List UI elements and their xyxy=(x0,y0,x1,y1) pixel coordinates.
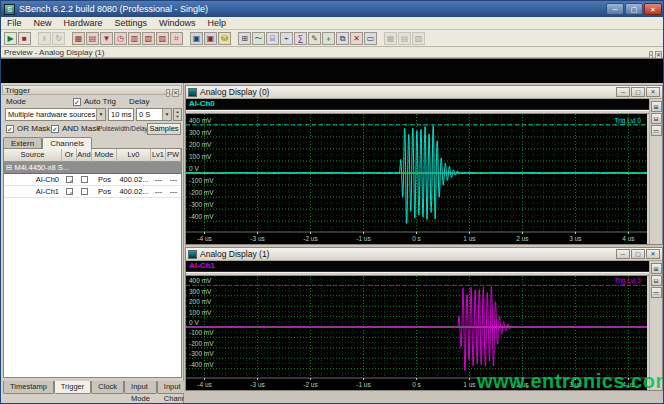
column-header-lv1[interactable]: Lv1 xyxy=(151,149,166,162)
close-button[interactable]: ✕ xyxy=(644,3,662,15)
grid-settings-icon: ▦ xyxy=(384,32,397,45)
copy-display-icon[interactable]: ⧉ xyxy=(336,32,349,45)
menu-settings[interactable]: Settings xyxy=(109,17,154,30)
column-header-lv0[interactable]: Lv0 xyxy=(117,149,151,162)
table-row[interactable]: AI-Ch0✓Pos400.02...------ xyxy=(4,174,181,186)
trig-level-label[interactable]: Trig Lvl 0 xyxy=(615,277,642,285)
or-checkbox[interactable]: ✓ xyxy=(66,188,73,195)
restore-button[interactable]: ▢ xyxy=(631,87,645,97)
mode-cell: Pos xyxy=(92,174,117,185)
trigger-panel-header[interactable]: Trigger ▫✕ xyxy=(2,85,182,95)
lv0-cell: 400.02... xyxy=(117,186,151,197)
tab-trigger[interactable]: Trigger xyxy=(54,381,91,394)
collapse-icon[interactable]: ⊟ xyxy=(6,163,12,172)
menu-file[interactable]: File xyxy=(1,17,28,30)
zoom-in-button[interactable]: ⊞ xyxy=(651,101,662,112)
zoom-out-button[interactable]: ⊟ xyxy=(651,113,662,124)
checkbox-icon[interactable]: ✓ xyxy=(6,125,14,133)
chart-ai-ch0[interactable]: Trig Lvl 0400 mV300 mV200 mV100 mV0 V-10… xyxy=(186,114,647,244)
title-bar[interactable]: S SBench 6.2.2 build 8080 (Professional … xyxy=(1,1,664,17)
monitor-icon[interactable]: ▭ xyxy=(364,32,377,45)
analog-display-window-0[interactable]: Analog Display (0)─▢✕AI-Ch0Trig Lvl 0400… xyxy=(185,85,663,245)
channel-enable-icon[interactable]: ▥ xyxy=(128,32,141,45)
zoom-in-button[interactable]: ⊞ xyxy=(651,263,662,274)
display-title-bar[interactable]: Analog Display (0)─▢✕ xyxy=(186,86,662,99)
close-button[interactable]: ✕ xyxy=(172,89,179,97)
and-checkbox[interactable] xyxy=(81,176,88,183)
input-mode-icon[interactable]: ▤ xyxy=(86,32,99,45)
preview-area[interactable] xyxy=(1,58,664,83)
save-icon[interactable]: ▣ xyxy=(190,32,203,45)
multi-purpose-io-icon[interactable]: ⌗ xyxy=(170,32,183,45)
digital-display-icon[interactable]: ⌸ xyxy=(266,32,279,45)
hardware-setup-icon[interactable]: ▦ xyxy=(72,32,85,45)
tab-timestamp[interactable]: Timestamp xyxy=(3,381,54,394)
auto-trig-checkbox[interactable]: ✓ Auto Trig xyxy=(73,97,116,106)
clock-setup-icon[interactable]: ◷ xyxy=(114,32,127,45)
display-body: AI-Ch0Trig Lvl 0400 mV300 mV200 mV100 mV… xyxy=(186,99,662,244)
pause-icon: ‖ xyxy=(38,32,51,45)
checkbox-icon[interactable]: ✓ xyxy=(51,125,59,133)
tab-clock[interactable]: Clock xyxy=(91,381,124,394)
edit-icon[interactable]: ✎ xyxy=(308,32,321,45)
memory-setup-icon[interactable]: ▨ xyxy=(156,32,169,45)
trigger-mode-select[interactable]: Multiple hardware sources with AND/OR▼ xyxy=(5,108,106,121)
y-tick-label: 200 mV xyxy=(189,141,212,148)
column-header-and[interactable]: And xyxy=(77,149,92,162)
chevron-down-icon[interactable]: ▼ xyxy=(162,109,171,120)
cursor-button[interactable]: ▭ xyxy=(651,287,662,298)
menu-hardware[interactable]: Hardware xyxy=(58,17,109,30)
tab-input-mode[interactable]: Input Mode xyxy=(124,381,157,394)
menu-help[interactable]: Help xyxy=(202,17,233,30)
new-display-icon[interactable]: ⊞ xyxy=(238,32,251,45)
minimize-button[interactable]: ─ xyxy=(616,249,630,259)
add-channel-icon[interactable]: ＋ xyxy=(322,32,335,45)
menu-new[interactable]: New xyxy=(28,17,58,30)
and-mask-checkbox[interactable]: ✓ AND Mask xyxy=(51,124,100,133)
x-tick-label: -3 us xyxy=(250,235,265,242)
tab-channels[interactable]: Channels xyxy=(42,137,92,149)
calculator-icon[interactable]: ∑ xyxy=(294,32,307,45)
delete-display-icon[interactable]: ✕ xyxy=(350,32,363,45)
float-button[interactable]: ▫ xyxy=(166,89,170,97)
display-main: AI-Ch0Trig Lvl 0400 mV300 mV200 mV100 mV… xyxy=(186,99,649,244)
channel-legend-bar[interactable]: AI-Ch1 xyxy=(186,261,649,272)
and-checkbox[interactable] xyxy=(81,188,88,195)
column-header-pw[interactable]: PW xyxy=(166,149,181,162)
analog-display-icon[interactable]: 〜 xyxy=(252,32,265,45)
stop-acquisition-icon[interactable]: ■ xyxy=(18,32,31,45)
trigger-setup-icon[interactable]: ▼ xyxy=(100,32,113,45)
table-group-row[interactable]: ⊟ M4i.4450-x8 S... xyxy=(4,162,181,174)
minimize-button[interactable]: ─ xyxy=(606,3,624,15)
chevron-down-icon[interactable]: ▼ xyxy=(96,109,105,120)
display-title-bar[interactable]: Analog Display (1)─▢✕ xyxy=(186,248,662,261)
auto-trig-time-field[interactable]: 10 ms xyxy=(108,108,134,121)
or-checkbox[interactable]: ✓ xyxy=(66,176,73,183)
channel-legend-bar[interactable]: AI-Ch0 xyxy=(186,99,649,110)
preview-caption-bar[interactable]: Preview - Analog Display (1) ▫✕ xyxy=(1,47,664,58)
or-mask-checkbox[interactable]: ✓ OR Mask xyxy=(6,124,50,133)
column-header-source[interactable]: Source xyxy=(4,149,62,162)
close-button[interactable]: ✕ xyxy=(646,249,660,259)
restore-button[interactable]: ▢ xyxy=(631,249,645,259)
table-row[interactable]: AI-Ch1✓Pos400.02...------ xyxy=(4,186,181,198)
maximize-button[interactable]: ▢ xyxy=(625,3,643,15)
save-as-icon[interactable]: ▣ xyxy=(204,32,217,45)
delay-field[interactable]: 0 S▼ xyxy=(136,108,172,121)
checkbox-icon[interactable]: ✓ xyxy=(73,98,81,106)
zoom-out-button[interactable]: ⊟ xyxy=(651,275,662,286)
delay-spinner[interactable]: ▲▼ xyxy=(173,108,182,121)
export-icon[interactable]: ⛁ xyxy=(218,32,231,45)
spectrum-display-icon[interactable]: ⌁ xyxy=(280,32,293,45)
menu-bar: FileNewHardwareSettingsWindowsHelp xyxy=(1,17,664,30)
cursor-button[interactable]: ▭ xyxy=(651,125,662,136)
samples-button[interactable]: Samples xyxy=(147,123,181,135)
minimize-button[interactable]: ─ xyxy=(616,87,630,97)
column-header-mode[interactable]: Mode xyxy=(92,149,117,162)
trig-level-label[interactable]: Trig Lvl 0 xyxy=(615,117,642,125)
column-header-or[interactable]: Or xyxy=(62,149,77,162)
start-acquisition-icon[interactable]: ▶ xyxy=(4,32,17,45)
output-mode-icon[interactable]: ▧ xyxy=(142,32,155,45)
close-button[interactable]: ✕ xyxy=(646,87,660,97)
menu-windows[interactable]: Windows xyxy=(153,17,202,30)
